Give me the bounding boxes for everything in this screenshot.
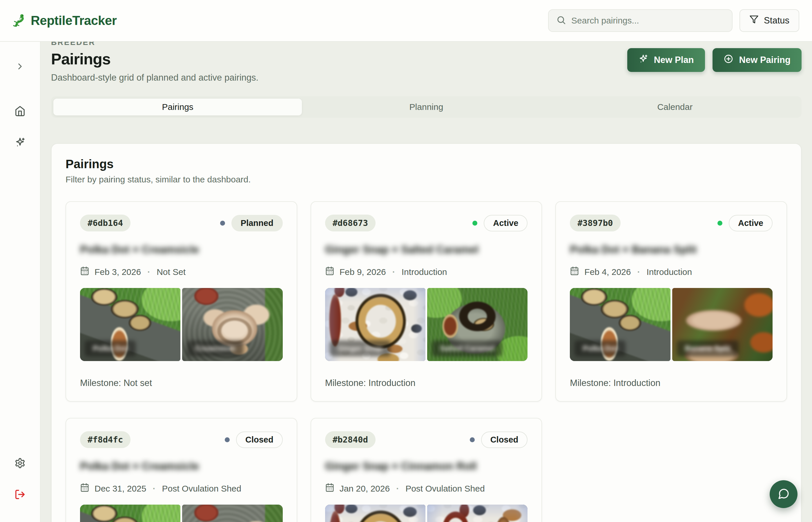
dot-separator	[151, 484, 157, 494]
page-title: Pairings	[51, 50, 258, 68]
tab-calendar[interactable]: Calendar	[551, 99, 799, 116]
pairing-meta: Dec 31, 2025 Post Ovulation Shed	[80, 483, 283, 494]
sparkles-icon	[15, 137, 25, 149]
search-icon	[556, 15, 566, 26]
calendar-icon	[80, 483, 89, 494]
pairing-id-badge: #f8d4fc	[80, 431, 130, 448]
pairing-card[interactable]: #b2840d Closed Ginger Snap × Cinnamon Ro…	[310, 418, 542, 522]
logout-button[interactable]	[10, 485, 30, 505]
header-actions: Status	[548, 9, 799, 32]
chat-bubble-icon	[777, 488, 790, 501]
status-dot	[225, 437, 230, 442]
status-group: Closed	[470, 431, 528, 448]
status-group: Closed	[225, 431, 283, 448]
pairing-photos: Ginger Snap Salted Caramel	[325, 288, 528, 361]
milestone-text: Milestone: Introduction	[325, 378, 528, 388]
status-dot	[717, 221, 723, 226]
status-dot	[472, 221, 478, 226]
sire-photo: Polka Dot	[570, 288, 670, 361]
pairing-stage: Post Ovulation Shed	[162, 484, 241, 494]
brand[interactable]: ReptileTracker	[13, 13, 117, 28]
status-filter-label: Status	[764, 15, 789, 26]
tab-pairings[interactable]: Pairings	[53, 99, 302, 116]
chat-fab-button[interactable]	[770, 480, 797, 508]
sparkles-icon	[638, 54, 648, 66]
dot-separator	[636, 267, 641, 277]
status-badge: Active	[729, 215, 773, 232]
new-pairing-label: New Pairing	[739, 55, 791, 65]
dam-photo: Salted Caramel	[427, 288, 528, 361]
calendar-icon	[325, 266, 334, 278]
logout-icon	[15, 489, 25, 501]
pairing-date: Dec 31, 2025	[95, 484, 146, 494]
pairing-name-blurred: Polka Dot × Creamsicle	[80, 460, 283, 473]
milestone-text: Milestone: Introduction	[570, 378, 773, 388]
search-input[interactable]	[571, 16, 725, 25]
pairing-card[interactable]: #3897b0 Active Polka Dot × Banana Split	[555, 201, 787, 402]
calendar-icon	[325, 483, 334, 494]
dot-separator	[146, 267, 151, 277]
pairing-date: Jan 20, 2026	[340, 484, 390, 494]
plus-circle-icon	[724, 54, 733, 66]
pairing-stage: Introduction	[646, 267, 692, 277]
chevron-right-icon	[15, 61, 25, 72]
sidebar-item-planner[interactable]	[10, 133, 30, 153]
status-group: Active	[717, 215, 773, 232]
pairing-meta: Jan 20, 2026 Post Ovulation Shed	[325, 483, 528, 494]
calendar-icon	[570, 266, 579, 278]
photo-label-blurred: Salted Caramel	[432, 340, 502, 356]
pairing-name-blurred: Polka Dot × Creamsicle	[80, 244, 283, 256]
status-dot	[470, 437, 475, 442]
page-header: BREEDER Pairings Dashboard-style grid of…	[51, 42, 801, 83]
new-plan-button[interactable]: New Plan	[627, 48, 705, 72]
sidebar-bottom-group	[10, 454, 30, 505]
status-filter-button[interactable]: Status	[739, 9, 799, 32]
status-dot	[220, 221, 225, 226]
status-group: Active	[472, 215, 528, 232]
pairing-photos: Polka Dot Banana Split	[570, 288, 773, 361]
pairing-photos: Ginger Snap Cinnamon Roll	[325, 505, 528, 522]
pairing-card[interactable]: #d68673 Active Ginger Snap × Salted Cara…	[310, 201, 542, 402]
filter-icon	[749, 15, 759, 26]
pairings-grid: #6db164 Planned Polka Dot × Creamsicle	[65, 201, 787, 522]
dam-photo: Creamsicle	[182, 288, 282, 361]
pairing-stage: Not Set	[157, 267, 186, 277]
status-badge: Active	[484, 215, 528, 232]
sidebar-item-home[interactable]	[10, 101, 30, 121]
pairing-meta: Feb 9, 2026 Introduction	[325, 266, 528, 278]
pairing-stage: Introduction	[402, 267, 447, 277]
calendar-icon	[80, 266, 89, 278]
sidebar	[0, 42, 41, 522]
dot-separator	[391, 267, 397, 277]
dam-photo: Banana Split	[672, 288, 773, 361]
pairing-name-blurred: Ginger Snap × Salted Caramel	[325, 244, 528, 256]
sidebar-top-group	[10, 57, 30, 153]
tab-planning[interactable]: Planning	[302, 99, 550, 116]
status-group: Planned	[220, 215, 283, 232]
pairing-stage: Post Ovulation Shed	[405, 484, 485, 494]
new-plan-label: New Plan	[654, 55, 694, 65]
dot-separator	[395, 484, 400, 494]
sire-photo: Polka Dot	[80, 505, 180, 522]
pairing-date: Feb 4, 2026	[584, 267, 631, 277]
panel-subtitle: Filter by pairing status, similar to the…	[65, 175, 787, 184]
breadcrumb: BREEDER	[51, 42, 258, 48]
gear-icon	[15, 458, 25, 469]
pairing-id-badge: #d68673	[325, 215, 375, 232]
dam-photo: Creamsicle	[182, 505, 282, 522]
sidebar-expand-button[interactable]	[10, 57, 30, 77]
pairing-meta: Feb 4, 2026 Introduction	[570, 266, 773, 278]
new-pairing-button[interactable]: New Pairing	[712, 48, 801, 72]
photo-label-blurred: Polka Dot	[574, 340, 626, 356]
pairings-panel: Pairings Filter by pairing status, simil…	[51, 143, 801, 522]
status-badge: Planned	[231, 215, 283, 232]
pairing-card[interactable]: #f8d4fc Closed Polka Dot × Creamsicle	[65, 418, 297, 522]
top-header: ReptileTracker Status	[0, 0, 812, 42]
search-box[interactable]	[548, 9, 733, 32]
pairing-id-badge: #3897b0	[570, 215, 620, 232]
pairing-card[interactable]: #6db164 Planned Polka Dot × Creamsicle	[65, 201, 297, 402]
main-content: BREEDER Pairings Dashboard-style grid of…	[41, 42, 812, 522]
pairing-name-blurred: Polka Dot × Banana Split	[570, 244, 773, 256]
settings-button[interactable]	[10, 454, 30, 473]
sire-photo: Ginger Snap	[325, 288, 425, 361]
